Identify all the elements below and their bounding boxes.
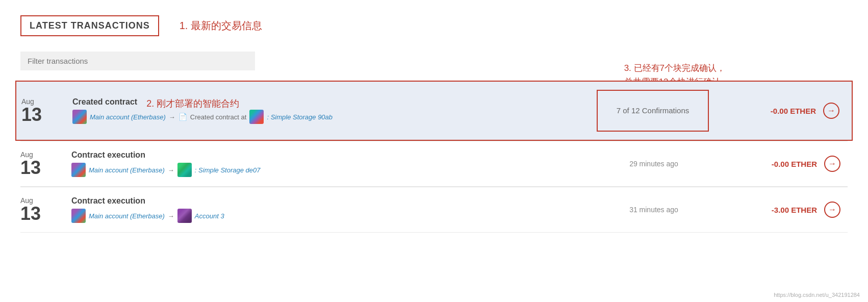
tx-time-2: 29 minutes ago: [629, 160, 678, 168]
tx-to-label-1: Created contract at: [190, 113, 247, 121]
tx-amount-1: -0.00 ETHER: [734, 107, 816, 115]
tx-contract-link-1[interactable]: : Simple Storage 90ab: [267, 113, 333, 121]
tx-detail-button-3[interactable]: →: [824, 202, 840, 218]
tx-from-link-1[interactable]: Main account (Etherbase): [90, 113, 166, 121]
tx-day-3: 13: [20, 205, 41, 223]
filter-input[interactable]: [20, 52, 255, 70]
tx-date-2: Aug 13: [20, 150, 61, 177]
tx-from-link-3[interactable]: Main account (Etherbase): [89, 212, 165, 220]
table-row: Aug 13 Contract execution Main account (…: [20, 141, 848, 187]
watermark: https://blog.csdn.net/u_342191284: [774, 292, 860, 298]
tx-amount-2: -0.00 ETHER: [735, 160, 817, 168]
tx-detail-button-1[interactable]: →: [823, 103, 839, 119]
tx-date-1: Aug 13: [21, 97, 62, 124]
avatar-contract-2: [177, 163, 192, 177]
tx-day-1: 13: [21, 106, 42, 124]
annotation-2: 2. 刚才部署的智能合约: [146, 97, 239, 110]
confirmations-text: 7 of 12 Confirmations: [617, 106, 690, 115]
tx-contract-link-2[interactable]: : Simple Storage de07: [195, 166, 261, 174]
annotation-1: 1. 最新的交易信息: [180, 19, 262, 33]
tx-arrow-btn-col-1: →: [816, 103, 847, 119]
tx-detail-2: Contract execution Main account (Etherba…: [61, 150, 572, 177]
tx-detail-1: Created contract 2. 刚才部署的智能合约 Main accou…: [62, 97, 571, 124]
tx-addresses-3: Main account (Etherbase) → Account 3: [71, 209, 572, 223]
tx-type-1: Created contract: [72, 97, 137, 107]
tx-type-row-3: Contract execution: [71, 196, 572, 209]
confirmations-box: 7 of 12 Confirmations: [597, 90, 709, 132]
tx-day-2: 13: [20, 159, 41, 177]
avatar-etherbase-1: [72, 110, 87, 124]
header-row: LATEST TRANSACTIONS 1. 最新的交易信息: [20, 15, 848, 36]
table-row: Aug 13 Contract execution Main account (…: [20, 187, 848, 233]
tx-addresses-1: Main account (Etherbase) → 📄 Created con…: [72, 110, 571, 124]
tx-amount-3: -3.00 ETHER: [735, 206, 817, 214]
page-title: LATEST TRANSACTIONS: [30, 20, 150, 31]
tx-from-link-2[interactable]: Main account (Etherbase): [89, 166, 165, 174]
tx-arrow-1: →: [169, 113, 175, 121]
transactions-list: Aug 13 Created contract 2. 刚才部署的智能合约 Mai…: [20, 81, 848, 233]
avatar-account3: [177, 209, 192, 223]
tx-status-col-1: 7 of 12 Confirmations: [571, 90, 734, 132]
title-box: LATEST TRANSACTIONS: [20, 15, 159, 36]
tx-type-row-1: Created contract 2. 刚才部署的智能合约: [72, 97, 571, 110]
tx-addresses-2: Main account (Etherbase) → : Simple Stor…: [71, 163, 572, 177]
avatar-etherbase-2: [71, 163, 86, 177]
tx-type-3: Contract execution: [71, 196, 145, 206]
annotation-3-line1: 3. 已经有7个块完成确认，: [624, 61, 725, 75]
tx-detail-button-2[interactable]: →: [824, 156, 840, 172]
tx-contract-link-3[interactable]: Account 3: [195, 212, 224, 220]
avatar-etherbase-3: [71, 209, 86, 223]
tx-type-row-2: Contract execution: [71, 150, 572, 163]
tx-arrow-btn-col-2: →: [817, 156, 848, 172]
tx-time-3: 31 minutes ago: [629, 206, 678, 214]
tx-status-col-2: 29 minutes ago: [572, 159, 735, 168]
tx-arrow-btn-col-3: →: [817, 202, 848, 218]
tx-date-3: Aug 13: [20, 196, 61, 223]
tx-arrow-2: →: [168, 166, 174, 174]
page-container: LATEST TRANSACTIONS 1. 最新的交易信息 3. 已经有7个块…: [0, 0, 868, 302]
tx-arrow-3: →: [168, 212, 174, 220]
tx-type-2: Contract execution: [71, 150, 145, 160]
tx-detail-3: Contract execution Main account (Etherba…: [61, 196, 572, 223]
contract-icon-1: 📄: [178, 113, 187, 121]
table-row: Aug 13 Created contract 2. 刚才部署的智能合约 Mai…: [15, 81, 853, 141]
tx-status-col-3: 31 minutes ago: [572, 205, 735, 214]
avatar-contract-1: [249, 110, 264, 124]
